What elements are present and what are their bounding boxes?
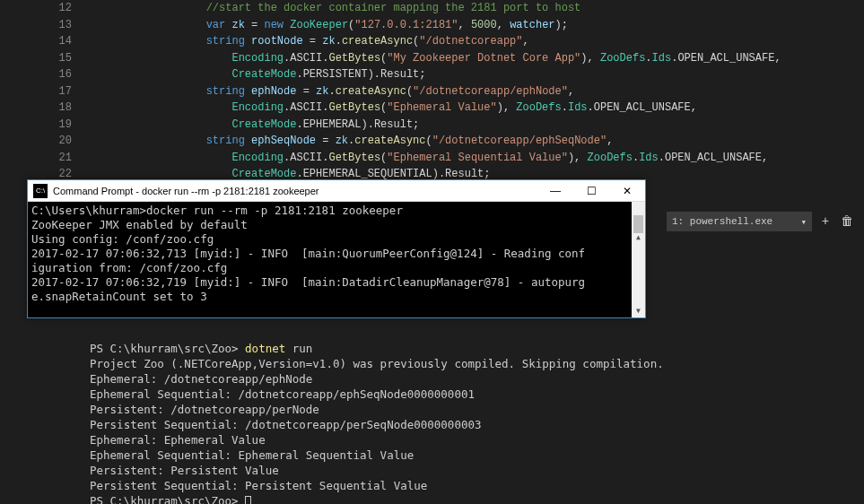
terminal-line: PS C:\khurram\src\Zoo>	[90, 493, 855, 504]
line-number: 21	[0, 150, 72, 167]
code-line[interactable]: Encoding.ASCII.GetBytes("Ephemeral Value…	[90, 100, 864, 117]
terminal-selector[interactable]: 1: powershell.exe ▾	[667, 212, 812, 231]
cmd-output[interactable]: C:\Users\khurram>docker run --rm -p 2181…	[28, 202, 645, 317]
cmd-icon: C:\	[33, 184, 48, 198]
command-prompt-window[interactable]: C:\ Command Prompt - docker run --rm -p …	[27, 179, 646, 318]
line-number: 14	[0, 33, 72, 50]
code-line[interactable]: string rootNode = zk.createAsync("/dotne…	[90, 33, 864, 50]
line-number: 13	[0, 17, 72, 34]
cmd-titlebar[interactable]: C:\ Command Prompt - docker run --rm -p …	[28, 180, 645, 202]
maximize-button[interactable]: ☐	[573, 180, 609, 201]
code-area[interactable]: //start the docker container mapping the…	[90, 0, 864, 188]
line-number: 18	[0, 100, 72, 117]
line-number: 15	[0, 50, 72, 67]
code-line[interactable]: CreateMode.PERSISTENT).Result;	[90, 66, 864, 83]
integrated-terminal[interactable]: PS C:\khurram\src\Zoo> dotnet runProject…	[90, 341, 855, 504]
terminal-selector-label: 1: powershell.exe	[672, 216, 772, 227]
terminal-cursor	[245, 496, 251, 504]
terminal-line: Persistent Sequential: Persistent Sequen…	[90, 478, 855, 493]
minimize-button[interactable]: —	[537, 180, 573, 201]
terminal-tab-bar: 1: powershell.exe ▾ + 🗑	[667, 212, 855, 231]
code-line[interactable]: string ephNode = zk.createAsync("/dotnet…	[90, 83, 864, 100]
scroll-down-icon[interactable]: ▼	[632, 304, 645, 317]
code-line[interactable]: Encoding.ASCII.GetBytes("My Zookeeper Do…	[90, 50, 864, 67]
kill-terminal-button[interactable]: 🗑	[839, 212, 855, 231]
code-line[interactable]: CreateMode.EPHEMERAL).Result;	[90, 117, 864, 134]
code-editor[interactable]: 1213141516171819202122 //start the docke…	[0, 0, 864, 188]
line-number: 20	[0, 133, 72, 150]
line-number: 12	[0, 0, 72, 17]
terminal-line: PS C:\khurram\src\Zoo> dotnet run	[90, 341, 855, 356]
code-line[interactable]: string ephSeqNode = zk.createAsync("/dot…	[90, 133, 864, 150]
close-button[interactable]: ✕	[609, 180, 645, 201]
terminal-line: Ephemeral Sequential: Ephemeral Sequenti…	[90, 448, 855, 463]
terminal-line: Ephemeral: Ephemeral Value	[90, 432, 855, 448]
terminal-line: Persistent Sequential: /dotnetcoreapp/pe…	[90, 417, 855, 432]
terminal-line: Ephemeral Sequential: /dotnetcoreapp/eph…	[90, 387, 855, 402]
new-terminal-button[interactable]: +	[817, 212, 833, 231]
line-number: 19	[0, 117, 72, 134]
code-line[interactable]: //start the docker container mapping the…	[90, 0, 864, 17]
code-line[interactable]: var zk = new ZooKeeper("127.0.0.1:2181",…	[90, 17, 864, 34]
terminal-line: Persistent: /dotnetcoreapp/perNode	[90, 402, 855, 417]
scroll-thumb[interactable]	[633, 215, 643, 233]
cmd-text: C:\Users\khurram>docker run --rm -p 2181…	[31, 204, 641, 304]
line-gutter: 1213141516171819202122	[0, 0, 90, 188]
line-number: 17	[0, 83, 72, 100]
chevron-down-icon: ▾	[800, 216, 807, 228]
cmd-title: Command Prompt - docker run --rm -p 2181…	[53, 186, 537, 196]
code-line[interactable]: Encoding.ASCII.GetBytes("Ephemeral Seque…	[90, 150, 864, 167]
line-number: 16	[0, 66, 72, 83]
terminal-line: Project Zoo (.NETCoreApp,Version=v1.0) w…	[90, 356, 855, 371]
terminal-line: Persistent: Persistent Value	[90, 463, 855, 478]
cmd-scrollbar[interactable]: ▲ ▼	[632, 202, 645, 317]
terminal-line: Ephemeral: /dotnetcoreapp/ephNode	[90, 371, 855, 387]
